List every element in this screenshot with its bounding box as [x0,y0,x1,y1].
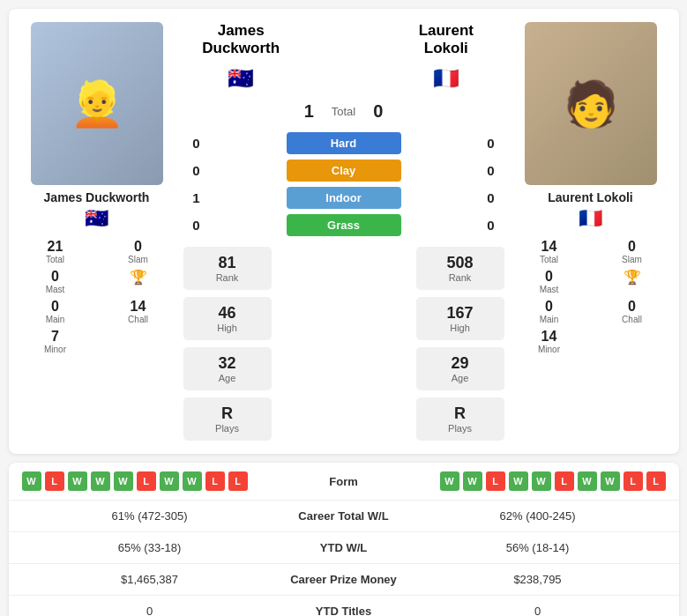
right-form-badges: WWLWWLWWLL [397,471,666,491]
form-badge-right: W [532,471,551,491]
left-player-flag: 🇦🇺 [85,207,108,230]
middle-section: James Duckworth Laurent Lokoli 🇦🇺 🇫🇷 1 T… [183,22,504,441]
left-stat-total: 21 Total [18,239,93,264]
stat-row: 0YTD Titles0 [9,596,679,616]
right-stat-mast: 0 Mast [512,269,587,294]
left-trophy: 🏆 [101,269,176,294]
stat-row: 65% (33-18)YTD W/L56% (18-14) [9,532,679,564]
right-player-photo: 🧑 [525,22,657,185]
form-badge-right: W [440,471,459,491]
right-trophy: 🏆 [594,269,670,294]
form-badge-left: W [183,471,202,491]
surface-btn-indoor[interactable]: Indoor [287,187,401,209]
right-plays-box: R Plays [416,397,504,441]
surface-row-indoor: 1 Indoor 0 [183,187,504,209]
form-badge-left: W [68,471,87,491]
form-row: WLWWWLWWLL Form WWLWWLWWLL [9,463,679,501]
stat-row: $1,465,387Career Prize Money$238,795 [9,564,679,596]
right-age-box: 29 Age [416,347,504,390]
form-badge-right: L [646,471,666,491]
stat-row-label: YTD Titles [273,605,414,616]
stat-row-left-value: 65% (33-18) [26,541,273,554]
left-stat-mast: 0 Mast [18,269,93,294]
surface-btn-clay[interactable]: Clay [287,160,401,182]
form-badge-right: W [509,471,528,491]
right-rank-box: 508 Rank [416,247,504,290]
left-plays-box: R Plays [183,397,272,441]
stat-row-right-value: 0 [414,605,661,616]
surface-row-grass: 0 Grass 0 [183,214,504,236]
right-stat-total: 14 Total [512,239,587,264]
stat-row-right-value: $238,795 [414,573,661,586]
stat-row: 61% (472-305)Career Total W/L62% (400-24… [9,501,679,532]
right-high-box: 167 High [416,297,504,340]
right-stat-chall: 0 Chall [594,299,670,324]
stat-row-left-value: $1,465,387 [26,573,273,586]
stat-row-right-value: 62% (400-245) [414,509,661,523]
left-player-card: 👱 James Duckworth 🇦🇺 21 Total 0 Slam 0 M… [18,22,176,354]
form-badge-left: L [45,471,64,491]
surface-btn-grass[interactable]: Grass [287,214,401,236]
form-badge-left: L [137,471,156,491]
center-stat-boxes: 81 Rank 46 High 32 Age R Plays [183,247,504,441]
match-total-row: 1 Total 0 [183,101,504,122]
surface-row-hard: 0 Hard 0 [183,132,504,154]
stat-row-label: Career Prize Money [273,573,414,586]
form-badge-left: W [114,471,133,491]
stat-row-label: YTD W/L [273,541,414,554]
surface-btn-hard[interactable]: Hard [287,132,401,154]
right-player-card: 🧑 Laurent Lokoli 🇫🇷 14 Total 0 Slam 0 Ma… [512,22,670,354]
form-badge-right: W [463,471,482,491]
right-stat-main: 0 Main [512,299,587,324]
form-label: Form [291,475,397,488]
stat-row-label: Career Total W/L [273,509,414,523]
left-stat-chall: 14 Chall [101,299,176,324]
form-badge-left: L [228,471,248,491]
stat-row-left-value: 0 [26,605,273,616]
form-badge-right: W [578,471,597,491]
form-badge-right: L [555,471,574,491]
bottom-stats-section: WLWWWLWWLL Form WWLWWLWWLL 61% (472-305)… [9,463,679,616]
left-stat-slam: 0 Slam [101,239,176,264]
left-player-name-center: James Duckworth [192,22,289,57]
right-stat-minor: 14 Minor [512,329,587,354]
left-stat-main: 0 Main [18,299,93,324]
left-player-name: James Duckworth [44,190,150,204]
right-player-name: Laurent Lokoli [548,190,632,204]
form-badge-right: L [624,471,643,491]
left-age-box: 32 Age [183,347,272,390]
surface-row-clay: 0 Clay 0 [183,160,504,182]
left-high-box: 46 High [183,297,272,340]
form-badge-left: W [22,471,41,491]
stat-row-left-value: 61% (472-305) [26,509,273,523]
form-badge-right: L [486,471,505,491]
right-flag-center: 🇫🇷 [398,66,495,91]
right-stat-slam: 0 Slam [594,239,670,264]
stat-row-right-value: 56% (18-14) [414,541,661,554]
left-form-badges: WLWWWLWWLL [22,471,291,491]
left-player-photo: 👱 [31,22,163,185]
left-stat-minor: 7 Minor [18,329,93,354]
right-player-flag: 🇫🇷 [579,207,602,230]
form-badge-right: W [601,471,620,491]
right-player-name-center: Laurent Lokoli [398,22,495,57]
form-badge-left: L [205,471,225,491]
left-rank-box: 81 Rank [183,247,272,290]
left-flag-center: 🇦🇺 [192,66,289,91]
surface-rows: 0 Hard 0 0 Clay 0 1 Indoor 0 [183,132,504,236]
form-badge-left: W [160,471,179,491]
form-badge-left: W [91,471,110,491]
